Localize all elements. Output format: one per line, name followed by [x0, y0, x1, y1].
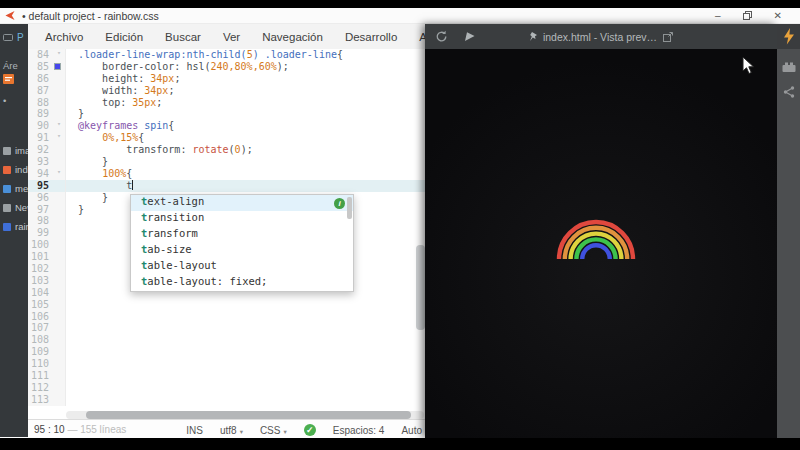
brackets-window: • default project - rainbow.css – ✕ Arch…: [0, 8, 800, 438]
caret-down-icon: ▾: [240, 428, 243, 435]
fold-marker-icon[interactable]: ▾: [57, 168, 61, 176]
line-number-98: 98: [28, 215, 65, 227]
code-line-106[interactable]: [66, 311, 425, 323]
encoding-selector[interactable]: utf8▾: [220, 425, 243, 436]
window-titlebar: • default project - rainbow.css – ✕: [0, 8, 800, 24]
file-item-inde[interactable]: inde: [3, 164, 28, 175]
code-line-93[interactable]: }: [66, 156, 425, 168]
line-number-102: 102: [28, 263, 65, 275]
line-number-89: 89: [28, 108, 65, 120]
code-line-94[interactable]: 100%{: [66, 168, 425, 180]
unsaved-dot: •: [3, 95, 6, 106]
caret-down-icon: ▾: [283, 428, 286, 435]
file-item-men[interactable]: men: [3, 183, 28, 194]
vertical-scrollbar[interactable]: [416, 245, 425, 330]
line-number-87: 87: [28, 85, 65, 97]
menu-buscar[interactable]: Buscar: [156, 28, 210, 46]
screen-icon: [3, 34, 13, 42]
code-line-112[interactable]: [66, 382, 425, 394]
autocomplete-item-table-layout[interactable]: table-layout: [131, 259, 353, 275]
autocomplete-item-text-align[interactable]: text-aligni: [131, 195, 353, 211]
file-item-ima[interactable]: ima: [3, 145, 28, 156]
close-button[interactable]: ✕: [774, 11, 782, 21]
code-line-86[interactable]: height: 34px;: [66, 73, 425, 85]
indent-setting[interactable]: Espacios: 4: [333, 425, 385, 436]
code-line-109[interactable]: [66, 346, 425, 358]
fold-marker-icon[interactable]: ▾: [57, 132, 61, 140]
code-line-87[interactable]: width: 34px;: [66, 85, 425, 97]
menu-ver[interactable]: Ver: [214, 28, 249, 46]
preview-viewport: [425, 49, 777, 438]
pin-icon: [528, 31, 538, 42]
lint-ok-icon[interactable]: ✓: [304, 424, 316, 436]
code-line-108[interactable]: [66, 334, 425, 346]
file-icon: [3, 147, 11, 155]
autocomplete-item-transition[interactable]: transition: [131, 211, 353, 227]
text-cursor: [132, 180, 133, 190]
file-label: inde: [15, 164, 28, 175]
file-item-new[interactable]: New: [3, 202, 28, 213]
autocomplete-item-transform[interactable]: transform: [131, 227, 353, 243]
code-line-84[interactable]: .loader-line-wrap:nth-child(5) .loader-l…: [66, 49, 425, 61]
file-label: ima: [15, 145, 28, 156]
file-icon: [3, 185, 11, 193]
line-number-85: 85: [28, 61, 65, 73]
file-label: men: [15, 183, 28, 194]
line-number-108: 108: [28, 334, 65, 346]
insert-mode-toggle[interactable]: INS: [186, 425, 203, 436]
extension-toolbar: [777, 24, 800, 438]
file-icon: [3, 166, 11, 174]
live-preview-button[interactable]: [777, 24, 800, 49]
line-number-90: 90▾: [28, 120, 65, 132]
menu-desarrollo[interactable]: Desarrollo: [336, 28, 406, 46]
share-extension-button[interactable]: [777, 86, 800, 98]
code-line-107[interactable]: [66, 322, 425, 334]
rainbow-graphic: [554, 217, 638, 267]
menu-edicion[interactable]: Edición: [96, 28, 152, 46]
mouse-cursor: [742, 56, 755, 75]
menu-archivo[interactable]: Archivo: [36, 28, 92, 46]
horizontal-scrollbar[interactable]: [86, 411, 411, 419]
fold-marker-icon[interactable]: ▾: [57, 49, 61, 57]
autocomplete-dropdown: text-alignitransitiontransformtab-sizeta…: [130, 194, 354, 292]
line-number-97: 97: [28, 204, 65, 216]
code-line-88[interactable]: top: 35px;: [66, 97, 425, 109]
info-icon[interactable]: i: [334, 198, 345, 209]
menu-navegacion[interactable]: Navegación: [253, 28, 332, 46]
line-number-88: 88: [28, 97, 65, 109]
code-line-105[interactable]: [66, 299, 425, 311]
code-line-110[interactable]: [66, 358, 425, 370]
autocomplete-item-tab-size[interactable]: tab-size: [131, 243, 353, 259]
code-line-90[interactable]: @keyframes spin{: [66, 120, 425, 132]
code-line-111[interactable]: [66, 370, 425, 382]
code-line-92[interactable]: transform: rotate(0);: [66, 144, 425, 156]
line-number-104: 104: [28, 287, 65, 299]
indent-auto[interactable]: Auto: [401, 425, 422, 436]
open-external-icon[interactable]: [662, 31, 674, 43]
language-selector[interactable]: CSS▾: [260, 425, 287, 436]
share-icon: [783, 86, 795, 98]
code-line-89[interactable]: }: [66, 108, 425, 120]
line-number-91: 91▾: [28, 132, 65, 144]
project-sidebar: P Áre • imaindemenNewrain: [0, 24, 28, 437]
color-swatch[interactable]: [54, 63, 61, 70]
fold-marker-icon[interactable]: ▾: [57, 120, 61, 128]
line-number-101: 101: [28, 251, 65, 263]
navigation-icon[interactable]: [463, 29, 476, 47]
file-item-rain[interactable]: rain: [3, 221, 28, 232]
line-number-96: 96: [28, 192, 65, 204]
code-line-91[interactable]: 0%,15%{: [66, 132, 425, 144]
minimize-button[interactable]: –: [715, 11, 721, 21]
project-dropdown[interactable]: P: [3, 32, 24, 43]
code-line-113[interactable]: [66, 394, 425, 406]
extension-manager-button[interactable]: [777, 62, 800, 73]
line-number-gutter: 84▾858687888990▾91▾929394▾95969798991001…: [28, 49, 66, 406]
autocomplete-item-table-layoutfixed[interactable]: table-layout: fixed;: [131, 275, 353, 291]
preview-title: index.html - Vista prev…: [543, 31, 657, 43]
code-line-85[interactable]: border-color: hsl(240,80%,60%);: [66, 61, 425, 73]
dropdown-scrollbar[interactable]: [347, 197, 352, 219]
code-line-95[interactable]: t: [66, 180, 425, 192]
reload-button[interactable]: [435, 29, 448, 47]
line-count: — 155 líneas: [67, 424, 126, 435]
restore-button[interactable]: [743, 11, 752, 22]
